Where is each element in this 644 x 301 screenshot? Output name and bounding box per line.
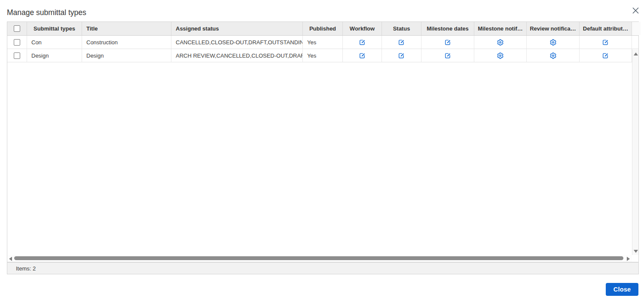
grid-body: Con Construction CANCELLED,CLOSED-OUT,DR…: [7, 36, 638, 255]
horizontal-scrollbar[interactable]: [7, 255, 632, 262]
cell-milestone-notifications: [474, 36, 527, 49]
cell-review-notifications: [527, 36, 580, 49]
cell-status: [382, 36, 421, 49]
cell-status: [382, 49, 421, 62]
scroll-left-icon[interactable]: [9, 257, 12, 261]
header-scrollbar-stub: [632, 22, 641, 35]
cell-assigned-status: CANCELLED,CLOSED-OUT,DRAFT,OUTSTANDING,R…: [171, 36, 303, 49]
column-header-review-notifications[interactable]: Review notifica…: [527, 22, 580, 35]
column-header-default-attributes[interactable]: Default attribut…: [580, 22, 632, 35]
column-header-milestone-notifications[interactable]: Milestone notif…: [474, 22, 527, 35]
select-all-checkbox[interactable]: [14, 25, 20, 32]
cell-milestone-dates: [421, 49, 474, 62]
column-header-assigned-status[interactable]: Assigned status: [171, 22, 303, 35]
gear-icon[interactable]: [495, 51, 506, 60]
column-header-milestone-dates[interactable]: Milestone dates: [421, 22, 474, 35]
close-icon[interactable]: [630, 5, 641, 15]
edit-icon[interactable]: [357, 37, 367, 47]
horizontal-scrollbar-thumb[interactable]: [14, 256, 623, 260]
cell-default-attributes: [580, 36, 632, 49]
cell-published: Yes: [303, 49, 343, 62]
table-row: Con Construction CANCELLED,CLOSED-OUT,DR…: [7, 36, 638, 49]
cell-milestone-notifications: [474, 49, 527, 62]
cell-default-attributes: [580, 49, 632, 62]
scroll-right-icon[interactable]: [627, 257, 630, 261]
cell-published: Yes: [303, 36, 343, 49]
column-header-title[interactable]: Title: [82, 22, 171, 35]
gear-icon[interactable]: [495, 37, 506, 47]
scroll-up-icon[interactable]: [634, 52, 638, 55]
table-row: Design Design ARCH REVIEW,CANCELLED,CLOS…: [7, 49, 638, 62]
edit-icon[interactable]: [601, 51, 611, 60]
column-header-workflow[interactable]: Workflow: [343, 22, 382, 35]
column-header-submittal-types[interactable]: Submittal types: [27, 22, 82, 35]
edit-icon[interactable]: [443, 37, 453, 47]
page-title: Manage submittal types: [7, 8, 86, 17]
cell-submittal-type: Con: [27, 36, 82, 49]
row-select-cell: [7, 36, 27, 49]
column-header-select: [7, 22, 27, 35]
cell-assigned-status: ARCH REVIEW,CANCELLED,CLOSED-OUT,DRAFT,O…: [171, 49, 303, 62]
scroll-down-icon[interactable]: [634, 250, 638, 253]
gear-icon[interactable]: [548, 51, 558, 60]
edit-icon[interactable]: [357, 51, 367, 60]
edit-icon[interactable]: [443, 51, 453, 60]
row-select-cell: [7, 49, 27, 62]
grid-header-row: Submittal types Title Assigned status Pu…: [7, 22, 638, 36]
cell-workflow: [343, 49, 382, 62]
grid-footer: Items: 2: [7, 262, 639, 274]
cell-milestone-dates: [421, 36, 474, 49]
column-header-status[interactable]: Status: [382, 22, 421, 35]
submittal-types-grid: Submittal types Title Assigned status Pu…: [7, 22, 639, 262]
edit-icon[interactable]: [397, 51, 407, 60]
close-button[interactable]: Close: [606, 283, 638, 296]
vertical-scrollbar[interactable]: [632, 49, 638, 255]
edit-icon[interactable]: [397, 37, 407, 47]
cell-submittal-type: Design: [27, 49, 82, 62]
edit-icon[interactable]: [601, 37, 611, 47]
items-count: Items: 2: [16, 265, 36, 272]
cell-workflow: [343, 36, 382, 49]
column-header-published[interactable]: Published: [303, 22, 343, 35]
row-checkbox[interactable]: [14, 39, 20, 46]
row-checkbox[interactable]: [14, 52, 20, 59]
gear-icon[interactable]: [548, 37, 558, 47]
cell-title: Construction: [82, 36, 171, 49]
cell-title: Design: [82, 49, 171, 62]
cell-review-notifications: [527, 49, 580, 62]
